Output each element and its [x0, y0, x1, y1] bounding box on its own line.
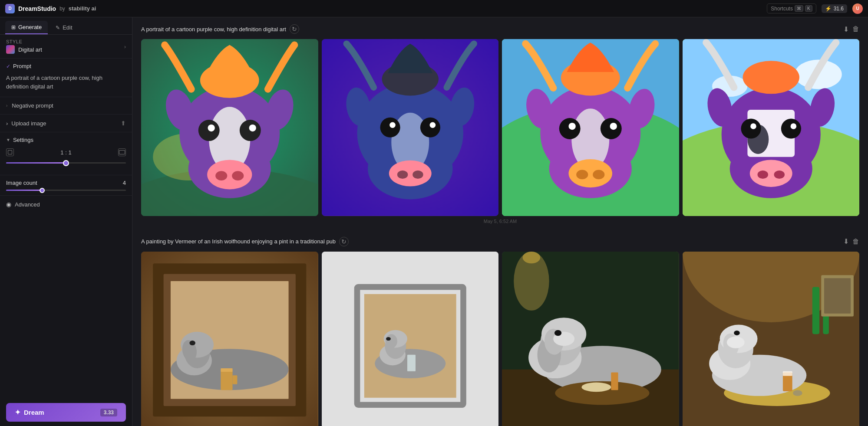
dream-button[interactable]: ✦ Dream 3.33: [6, 403, 126, 422]
prompt-section: ✓ Prompt A portrait of a cartoon purple …: [0, 59, 132, 97]
image-grid-1: [141, 39, 859, 216]
image-grid-2: [141, 252, 859, 426]
svg-point-55: [749, 160, 792, 187]
gen-prompt-row-1: A portrait of a cartoon purple cow, high…: [141, 24, 299, 34]
delete-button-2[interactable]: 🗑: [852, 238, 859, 246]
svg-rect-75: [221, 369, 232, 390]
prompt-header[interactable]: ✓ Prompt: [6, 63, 126, 69]
svg-point-60: [750, 123, 756, 129]
svg-point-118: [734, 331, 740, 335]
redo-button-1[interactable]: ↻: [290, 24, 299, 34]
tab-generate[interactable]: ⊞ Generate: [5, 21, 48, 34]
svg-rect-76: [233, 375, 238, 384]
gen-prompt-text-1: A portrait of a cartoon purple cow, high…: [141, 26, 286, 33]
redo-button-2[interactable]: ↻: [339, 237, 349, 246]
svg-point-95: [523, 252, 541, 263]
sidebar-tabs: ⊞ Generate ✎ Edit: [0, 17, 132, 35]
settings-header[interactable]: ▼ Settings: [6, 137, 126, 143]
topbar-right: Shortcuts ⌘ K ⚡ 31.6 U: [767, 3, 863, 14]
image-cell-img4[interactable]: [683, 39, 860, 216]
brand-by: by: [59, 6, 65, 12]
ratio-slider[interactable]: [6, 162, 126, 164]
dream-cost: 3.33: [100, 409, 117, 416]
image-cell-img5[interactable]: [141, 252, 318, 426]
image-cell-img7[interactable]: [502, 252, 679, 426]
eye-icon: ◉: [6, 201, 11, 208]
svg-rect-77: [221, 368, 232, 371]
svg-point-88: [386, 337, 391, 340]
svg-point-6: [207, 160, 252, 189]
count-thumb[interactable]: [40, 188, 45, 193]
svg-point-21: [397, 170, 407, 179]
svg-point-105: [581, 382, 611, 392]
style-thumbnail: [6, 45, 15, 54]
generation-1: A portrait of a cartoon purple cow, high…: [141, 24, 859, 224]
svg-rect-110: [812, 287, 819, 334]
sidebar: ⊞ Generate ✎ Edit Style Digital art › ✓: [0, 17, 132, 426]
ratio-label: 1 : 1: [14, 149, 118, 156]
ratio-controls: 1 : 1: [6, 148, 126, 156]
svg-point-41: [568, 123, 575, 130]
chevron-down-icon: ▼: [6, 138, 10, 142]
credits-display: ⚡ 31.6: [822, 4, 847, 13]
svg-point-61: [790, 123, 796, 129]
svg-rect-89: [407, 354, 415, 371]
download-button-1[interactable]: ⬇: [843, 25, 849, 33]
avatar[interactable]: U: [852, 3, 863, 14]
app-name: DreamStudio: [18, 5, 56, 12]
svg-point-103: [554, 330, 561, 336]
chevron-right-icon: ›: [124, 43, 126, 50]
svg-point-38: [593, 170, 604, 180]
style-value: Digital art: [6, 45, 42, 54]
main-layout: ⊞ Generate ✎ Edit Style Digital art › ✓: [0, 17, 868, 426]
delete-button-1[interactable]: 🗑: [852, 25, 859, 33]
svg-point-57: [774, 170, 784, 179]
count-slider[interactable]: [6, 190, 126, 191]
ratio-square-right-icon: [118, 148, 126, 156]
ratio-track: [6, 162, 126, 164]
advanced-section[interactable]: ◉ Advanced: [0, 196, 132, 213]
avatar-initials: U: [856, 6, 859, 11]
shortcuts-label: Shortcuts: [771, 6, 793, 12]
svg-rect-124: [824, 278, 851, 314]
prompt-text[interactable]: A portrait of a cartoon purple cow, high…: [6, 72, 126, 92]
key-k: K: [805, 5, 812, 12]
tab-edit[interactable]: ✎ Edit: [50, 21, 78, 34]
image-count-value: 4: [123, 180, 126, 186]
ratio-fill: [6, 162, 66, 164]
content-area: A portrait of a cartoon purple cow, high…: [132, 17, 868, 426]
shortcuts-button[interactable]: Shortcuts ⌘ K: [767, 3, 816, 13]
image-cell-img8[interactable]: [683, 252, 860, 426]
svg-point-22: [413, 170, 423, 179]
timestamp-1: May 5, 6:52 AM: [141, 219, 859, 224]
brand-stability: stability ai: [69, 5, 96, 12]
svg-point-12: [249, 125, 256, 131]
svg-point-74: [189, 341, 195, 345]
negative-prompt-row[interactable]: › Negative prompt: [0, 97, 132, 115]
edit-icon: ✎: [56, 25, 60, 31]
brand-icon: D: [5, 4, 15, 13]
gen-actions-2: ⬇🗑: [843, 237, 859, 246]
image-cell-img1[interactable]: [141, 39, 318, 216]
dream-icon: ✦: [15, 408, 20, 416]
upload-image-row[interactable]: › Upload image ⬆: [0, 115, 132, 132]
dream-label: Dream: [24, 409, 44, 416]
count-fill: [6, 190, 42, 191]
svg-point-23: [380, 118, 400, 138]
image-cell-img2[interactable]: [322, 39, 499, 216]
svg-point-8: [232, 171, 244, 180]
topbar: D DreamStudio by stability ai Shortcuts …: [0, 0, 868, 17]
style-selector[interactable]: Style Digital art ›: [0, 35, 132, 59]
svg-rect-82: [364, 294, 456, 397]
ratio-thumb[interactable]: [63, 160, 69, 166]
svg-point-56: [757, 170, 768, 179]
image-cell-img3[interactable]: [502, 39, 679, 216]
image-cell-img6[interactable]: [322, 252, 499, 426]
credits-icon: ⚡: [825, 6, 832, 12]
gen-actions-1: ⬇🗑: [843, 25, 859, 33]
count-row: Image count 4: [6, 180, 126, 186]
settings-label: Settings: [13, 137, 33, 143]
svg-point-58: [741, 118, 761, 138]
download-button-2[interactable]: ⬇: [843, 237, 849, 246]
svg-rect-121: [782, 371, 792, 376]
